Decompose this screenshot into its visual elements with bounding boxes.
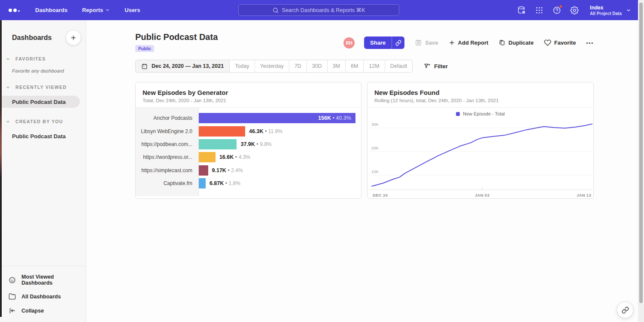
- preset-yesterday[interactable]: Yesterday: [255, 60, 289, 72]
- nav-item-dashboards[interactable]: Dashboards: [35, 7, 67, 13]
- sidebar-footer-all-dashboards[interactable]: All Dashboards: [0, 289, 86, 304]
- page-title: Public Podcast Data: [135, 32, 218, 42]
- avatar[interactable]: RH: [343, 37, 355, 49]
- copy-link-fab[interactable]: [617, 302, 633, 318]
- apps-grid-icon[interactable]: [535, 6, 544, 15]
- footer-item-label: Collapse: [21, 308, 44, 314]
- search-input[interactable]: Search Dashboards & Reports ⌘K: [238, 4, 399, 16]
- sidebar-item-public-podcast-data[interactable]: Public Podcast Data: [0, 96, 80, 108]
- bar-value-label: 37.9K • 9.8%: [240, 141, 271, 147]
- section-header-recently-viewed[interactable]: RECENTLY VIEWED: [0, 85, 86, 90]
- bar-libsyn-webengine-2-0[interactable]: [199, 126, 245, 137]
- bar-https-simplecast-com[interactable]: [199, 165, 208, 176]
- section-empty-text: Favorite any dashboard: [0, 61, 86, 73]
- chevron-down-icon: [626, 8, 631, 13]
- filter-button[interactable]: Filter: [424, 63, 448, 70]
- add-report-button[interactable]: Add Report: [449, 39, 489, 46]
- nav-item-reports[interactable]: Reports: [82, 7, 110, 13]
- card-new-episodes-by-generator[interactable]: New Episodes by Generator Total, Dec 24t…: [135, 82, 361, 199]
- preset-30d[interactable]: 30D: [307, 60, 328, 72]
- smiley-icon: [9, 276, 16, 284]
- bar-category-label: https://simplecast.com: [136, 164, 198, 177]
- nav-item-users[interactable]: Users: [125, 7, 140, 13]
- search-icon: [273, 7, 279, 13]
- scrollbar-thumb[interactable]: [639, 3, 643, 303]
- section-header-created-by-you[interactable]: CREATED BY YOU: [0, 119, 86, 124]
- bar-https-podbean-com[interactable]: [199, 139, 237, 149]
- date-range-button[interactable]: Dec 24, 2020 — Jan 13, 2021: [136, 60, 230, 72]
- project-name: Index: [590, 5, 622, 11]
- save-button[interactable]: Save: [415, 39, 438, 46]
- bar-value-label: 9.17K • 2.4%: [212, 167, 243, 173]
- sidebar: Dashboards FAVORITESFavorite any dashboa…: [0, 20, 86, 322]
- share-button[interactable]: Share: [364, 36, 392, 49]
- bar-category-label: https://wordpress.or...: [136, 151, 198, 164]
- section-label: RECENTLY VIEWED: [15, 85, 67, 90]
- chevron-down-icon: [105, 8, 110, 12]
- sidebar-footer: Most Viewed DashboardsAll DashboardsColl…: [0, 266, 86, 322]
- navbar-right: Index All Project Data: [517, 0, 631, 20]
- svg-text:JAN 13: JAN 13: [577, 193, 591, 197]
- bar-https-wordpress-or[interactable]: [199, 152, 216, 162]
- bar-anchor-podcasts[interactable]: 156K • 40.3%: [199, 113, 355, 123]
- nav-item-label: Users: [125, 7, 140, 13]
- sidebar-section-favorites: FAVORITESFavorite any dashboard: [0, 56, 86, 73]
- svg-text:30K: 30K: [371, 122, 379, 127]
- add-dashboard-button[interactable]: [66, 30, 81, 45]
- heart-icon: [544, 39, 551, 46]
- preset-default[interactable]: Default: [385, 60, 413, 72]
- save-icon: [415, 39, 422, 46]
- share-link-button[interactable]: [392, 36, 404, 49]
- svg-text:20K: 20K: [371, 146, 379, 150]
- copy-icon: [498, 39, 505, 46]
- page-scrollbar[interactable]: [638, 0, 644, 322]
- mixpanel-logo-icon[interactable]: [9, 9, 23, 12]
- preset-3m[interactable]: 3M: [328, 60, 346, 72]
- top-navbar: DashboardsReportsUsers Search Dashboards…: [0, 0, 644, 20]
- bar-category-label: Captivate.fm: [136, 177, 198, 190]
- sidebar-footer-collapse[interactable]: Collapse: [0, 304, 86, 318]
- preset-7d[interactable]: 7D: [289, 60, 307, 72]
- legend-label: New Episode - Total: [463, 111, 505, 116]
- help-icon[interactable]: [552, 6, 562, 15]
- section-header-favorites[interactable]: FAVORITES: [0, 56, 86, 61]
- plus-icon: [70, 34, 77, 41]
- main-area: Public Podcast Data Public RH Share: [87, 20, 638, 322]
- bar-row: 6.87K • 1.8%: [199, 177, 361, 190]
- bar-value-label: 46.3K • 11.9%: [249, 128, 283, 134]
- link-icon: [395, 40, 401, 46]
- sidebar-item-public-podcast-data[interactable]: Public Podcast Data: [0, 130, 86, 142]
- project-switcher[interactable]: Index All Project Data: [590, 5, 631, 16]
- settings-gear-icon[interactable]: [570, 6, 579, 15]
- project-subtitle: All Project Data: [590, 11, 622, 16]
- filter-icon: [424, 63, 431, 70]
- svg-text:DEC 24: DEC 24: [373, 193, 388, 197]
- card-subtitle: Total, Dec 24th, 2020 - Jan 13th, 2021: [143, 98, 354, 103]
- bar-value-label: 156K • 40.3%: [318, 115, 355, 121]
- nav-item-label: Dashboards: [35, 7, 67, 13]
- preset-6m[interactable]: 6M: [346, 60, 364, 72]
- line-chart: 10K20K30KDEC 24JAN 03JAN 13: [370, 118, 592, 199]
- bar-row: 16.6K • 4.3%: [199, 151, 361, 164]
- chevron-down-icon: [6, 85, 10, 90]
- bar-category-label: Anchor Podcasts: [136, 112, 198, 125]
- chevron-down-icon: [6, 119, 10, 124]
- calendar-icon: [141, 63, 148, 70]
- svg-text:10K: 10K: [371, 169, 379, 174]
- preset-12m[interactable]: 12M: [364, 60, 385, 72]
- favorite-button[interactable]: Favorite: [544, 39, 576, 46]
- more-options-button[interactable]: •••: [586, 40, 594, 46]
- data-management-icon[interactable]: [517, 6, 526, 15]
- preset-today[interactable]: Today: [230, 60, 255, 72]
- sidebar-footer-most-viewed-dashboards[interactable]: Most Viewed Dashboards: [0, 270, 86, 289]
- footer-item-label: All Dashboards: [21, 294, 61, 300]
- bar-row: 9.17K • 2.4%: [199, 164, 361, 177]
- primary-nav: DashboardsReportsUsers: [35, 7, 140, 13]
- card-new-episodes-found[interactable]: New Episodes Found Rolling (12 hours), t…: [367, 82, 594, 199]
- sidebar-section-created-by-you: CREATED BY YOUPublic Podcast Data: [0, 119, 86, 142]
- search-placeholder: Search Dashboards & Reports ⌘K: [282, 7, 365, 13]
- bar-captivate-fm[interactable]: [199, 178, 206, 188]
- collapse-icon: [9, 307, 16, 314]
- bar-value-label: 6.87K • 1.8%: [210, 180, 240, 186]
- duplicate-button[interactable]: Duplicate: [498, 39, 534, 46]
